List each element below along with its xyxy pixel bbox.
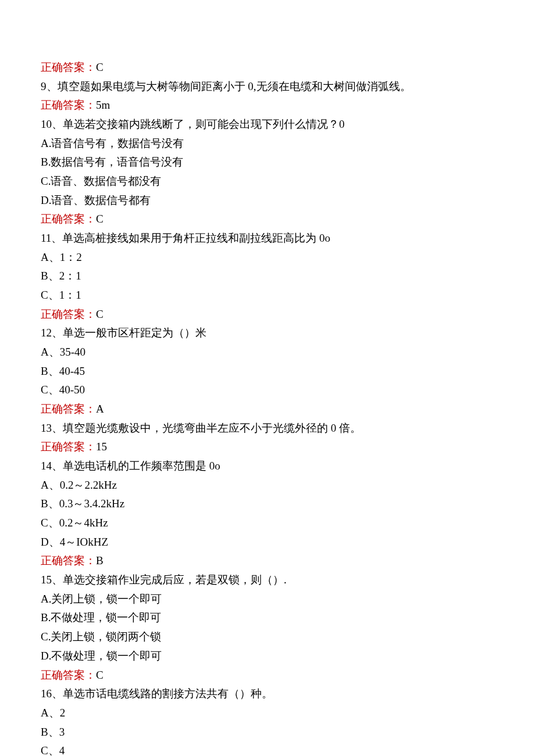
text-content: 9、填空题如果电缆与大树等物间距离小于 0,无须在电缆和大树间做消弧线。	[41, 80, 411, 92]
text-content: D、4～IOkHZ	[41, 536, 108, 548]
text-line: A、1：2	[41, 248, 494, 267]
text-line: A、2	[41, 704, 494, 723]
text-content: C.关闭上锁，锁闭两个锁	[41, 630, 161, 643]
text-content: 5m	[96, 99, 110, 111]
text-content: B.数据信号有，语音信号没有	[41, 156, 183, 168]
text-content: 12、单选一般市区杆距定为（）米	[41, 327, 206, 339]
text-content: 11、单选高桩接线如果用于角杆正拉线和副拉线距高比为 0o	[41, 232, 330, 244]
document-body: 正确答案：C9、填空题如果电缆与大树等物间距离小于 0,无须在电缆和大树间做消弧…	[41, 58, 494, 756]
answer-label: 正确答案：	[41, 61, 96, 73]
text-line: A、35-40	[41, 343, 494, 362]
answer-label: 正确答案：	[41, 308, 96, 320]
text-line: 15、单选交接箱作业完成后应，若是双锁，则（）.	[41, 571, 494, 590]
text-line: 正确答案：A	[41, 400, 494, 419]
text-content: C、1：1	[41, 289, 81, 301]
text-line: B.数据信号有，语音信号没有	[41, 153, 494, 172]
text-line: B、2：1	[41, 267, 494, 286]
text-line: 正确答案：15	[41, 438, 494, 457]
text-content: A、1：2	[41, 251, 82, 263]
text-content: A	[96, 403, 104, 415]
text-line: B.不做处理，锁一个即可	[41, 608, 494, 628]
answer-label: 正确答案：	[41, 669, 96, 681]
text-content: C	[96, 308, 104, 320]
text-content: D.语音、数据信号都有	[41, 194, 151, 206]
text-line: A.语音信号有，数据信号没有	[41, 134, 494, 153]
text-line: A、0.2～2.2kHz	[41, 476, 494, 495]
text-content: A、2	[41, 707, 65, 719]
text-line: 正确答案：C	[41, 666, 494, 685]
text-content: A.关闭上锁，锁一个即可	[41, 593, 162, 605]
text-content: 10、单选若交接箱内跳线断了，则可能会出现下列什么情况？0	[41, 118, 345, 130]
text-content: B、0.3～3.4.2kHz	[41, 497, 124, 510]
text-content: C	[96, 669, 104, 681]
text-content: 14、单选电话机的工作频率范围是 0o	[41, 460, 220, 472]
text-content: 13、填空题光缆敷设中，光缆弯曲半左应不小于光缆外径的 0 倍。	[41, 422, 361, 434]
text-line: C、40-50	[41, 381, 494, 400]
text-content: B.不做处理，锁一个即可	[41, 611, 161, 624]
answer-label: 正确答案：	[41, 554, 96, 567]
answer-label: 正确答案：	[41, 440, 96, 453]
text-line: C.关闭上锁，锁闭两个锁	[41, 628, 494, 647]
text-line: C、4	[41, 741, 494, 756]
text-line: B、40-45	[41, 362, 494, 381]
text-content: 15、单选交接箱作业完成后应，若是双锁，则（）.	[41, 574, 287, 586]
text-line: 正确答案：C	[41, 305, 494, 324]
text-line: C、0.2～4kHz	[41, 514, 494, 533]
text-line: C、1：1	[41, 286, 494, 305]
text-line: 9、填空题如果电缆与大树等物间距离小于 0,无须在电缆和大树间做消弧线。	[41, 77, 494, 96]
text-content: B、40-45	[41, 365, 85, 377]
text-content: C.语音、数据信号都没有	[41, 175, 161, 187]
text-line: D.不做处理，锁一个即可	[41, 647, 494, 666]
answer-label: 正确答案：	[41, 213, 96, 225]
text-content: D.不做处理，锁一个即可	[41, 650, 162, 662]
text-line: B、3	[41, 723, 494, 742]
text-content: A、0.2～2.2kHz	[41, 479, 117, 491]
text-content: B、2：1	[41, 270, 81, 282]
text-content: 15	[96, 440, 107, 453]
text-content: B、3	[41, 726, 65, 738]
text-line: 14、单选电话机的工作频率范围是 0o	[41, 457, 494, 476]
answer-label: 正确答案：	[41, 403, 96, 415]
text-content: C	[96, 213, 104, 225]
text-content: A、35-40	[41, 346, 85, 358]
answer-label: 正确答案：	[41, 99, 96, 111]
text-content: C、0.2～4kHz	[41, 517, 108, 529]
text-line: 正确答案：B	[41, 551, 494, 571]
text-line: 16、单选市话电缆线路的割接方法共有（）种。	[41, 685, 494, 704]
text-line: A.关闭上锁，锁一个即可	[41, 590, 494, 609]
text-line: 正确答案：C	[41, 210, 494, 229]
text-content: 16、单选市话电缆线路的割接方法共有（）种。	[41, 687, 273, 700]
text-line: B、0.3～3.4.2kHz	[41, 495, 494, 514]
text-line: D、4～IOkHZ	[41, 533, 494, 552]
text-line: D.语音、数据信号都有	[41, 191, 494, 210]
text-content: C	[96, 61, 104, 73]
text-line: 11、单选高桩接线如果用于角杆正拉线和副拉线距高比为 0o	[41, 229, 494, 248]
text-content: C、4	[41, 744, 65, 756]
text-content: C、40-50	[41, 384, 85, 396]
text-content: A.语音信号有，数据信号没有	[41, 137, 184, 149]
text-line: 13、填空题光缆敷设中，光缆弯曲半左应不小于光缆外径的 0 倍。	[41, 419, 494, 438]
text-content: B	[96, 554, 104, 567]
text-line: 12、单选一般市区杆距定为（）米	[41, 324, 494, 343]
text-line: C.语音、数据信号都没有	[41, 172, 494, 191]
text-line: 正确答案：5m	[41, 96, 494, 115]
text-line: 正确答案：C	[41, 58, 494, 77]
text-line: 10、单选若交接箱内跳线断了，则可能会出现下列什么情况？0	[41, 115, 494, 134]
